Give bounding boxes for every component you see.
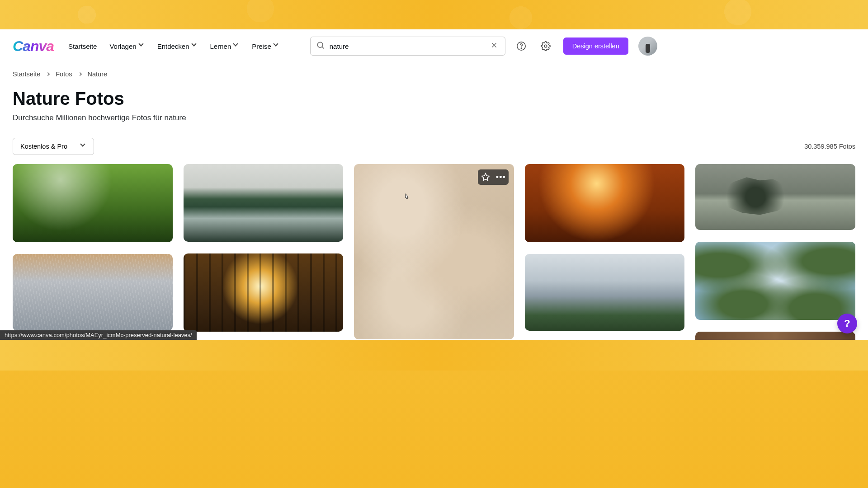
gallery-column <box>525 164 685 340</box>
avatar[interactable] <box>638 37 657 56</box>
photo-thumbnail-hovered[interactable]: ••• <box>354 164 514 339</box>
photo-hover-actions: ••• <box>478 169 509 185</box>
chevron-right-icon <box>46 72 50 76</box>
nav-discover-label: Entdecken <box>157 42 189 50</box>
svg-point-6 <box>544 45 547 47</box>
promo-banner-bottom <box>0 340 868 371</box>
chevron-down-icon <box>139 43 145 49</box>
photo-thumbnail[interactable] <box>525 164 685 242</box>
svg-point-5 <box>521 48 521 48</box>
nav-discover[interactable]: Entdecken <box>157 42 198 50</box>
gallery-column <box>695 164 855 340</box>
nav-pricing-label: Preise <box>252 42 271 50</box>
photo-thumbnail[interactable] <box>184 164 344 242</box>
help-button[interactable] <box>513 38 530 55</box>
status-bar-url: https://www.canva.com/photos/MAEyr_icmMc… <box>0 330 197 340</box>
nav-learn[interactable]: Lernen <box>210 42 240 50</box>
svg-marker-7 <box>481 174 489 181</box>
cursor-pointer-icon <box>403 192 411 202</box>
page-subtitle: Durchsuche Millionen hochwertige Fotos f… <box>13 113 855 122</box>
nav-home-label: Startseite <box>68 42 97 50</box>
search-box[interactable] <box>310 37 505 56</box>
header-bar: Canva Startseite Vorlagen Entdecken Lern… <box>0 29 868 63</box>
photo-thumbnail[interactable] <box>695 242 855 320</box>
photo-thumbnail[interactable] <box>13 254 173 331</box>
photo-thumbnail[interactable] <box>695 164 855 230</box>
breadcrumb-photos[interactable]: Fotos <box>56 70 72 78</box>
breadcrumb-home[interactable]: Startseite <box>13 70 40 78</box>
breadcrumb-current: Nature <box>88 70 108 78</box>
promo-banner-top <box>0 0 868 29</box>
canva-logo[interactable]: Canva <box>13 38 54 55</box>
svg-point-0 <box>317 42 323 47</box>
search-icon <box>316 41 325 52</box>
more-options-button[interactable]: ••• <box>493 169 509 185</box>
favorite-button[interactable] <box>478 169 493 185</box>
license-filter-dropdown[interactable]: Kostenlos & Pro <box>13 138 94 155</box>
nav-templates[interactable]: Vorlagen <box>109 42 144 50</box>
nav-templates-label: Vorlagen <box>109 42 136 50</box>
photo-thumbnail[interactable] <box>184 253 344 332</box>
gallery-column <box>184 164 344 340</box>
photo-thumbnail[interactable] <box>695 332 855 340</box>
chevron-down-icon <box>274 43 279 49</box>
photo-thumbnail[interactable] <box>525 254 685 331</box>
nav-pricing[interactable]: Preise <box>252 42 279 50</box>
result-count: 30.359.985 Fotos <box>804 143 855 150</box>
nav-learn-label: Lernen <box>210 42 231 50</box>
chevron-down-icon <box>192 43 198 49</box>
svg-line-1 <box>322 47 324 49</box>
gallery-column <box>13 164 173 340</box>
nav-home[interactable]: Startseite <box>68 42 97 50</box>
primary-nav: Startseite Vorlagen Entdecken Lernen Pre… <box>68 42 279 50</box>
clear-search-button[interactable] <box>489 40 500 53</box>
search-input[interactable] <box>325 42 489 50</box>
chevron-right-icon <box>78 72 81 76</box>
content-area: Nature Fotos Durchsuche Millionen hochwe… <box>0 78 868 340</box>
ellipsis-icon: ••• <box>496 173 506 181</box>
filter-row: Kostenlos & Pro 30.359.985 Fotos <box>13 138 855 155</box>
chevron-down-icon <box>81 144 86 149</box>
gallery-column: ••• <box>354 164 514 340</box>
help-fab[interactable]: ? <box>837 314 857 333</box>
photo-gallery: ••• <box>13 164 855 340</box>
page-title: Nature Fotos <box>13 89 855 109</box>
license-filter-label: Kostenlos & Pro <box>20 143 67 150</box>
app-window: Canva Startseite Vorlagen Entdecken Lern… <box>0 29 868 340</box>
breadcrumb: Startseite Fotos Nature <box>0 63 868 78</box>
chevron-down-icon <box>234 43 239 49</box>
photo-thumbnail[interactable] <box>13 164 173 242</box>
create-design-button[interactable]: Design erstellen <box>563 38 628 55</box>
settings-button[interactable] <box>537 38 554 55</box>
